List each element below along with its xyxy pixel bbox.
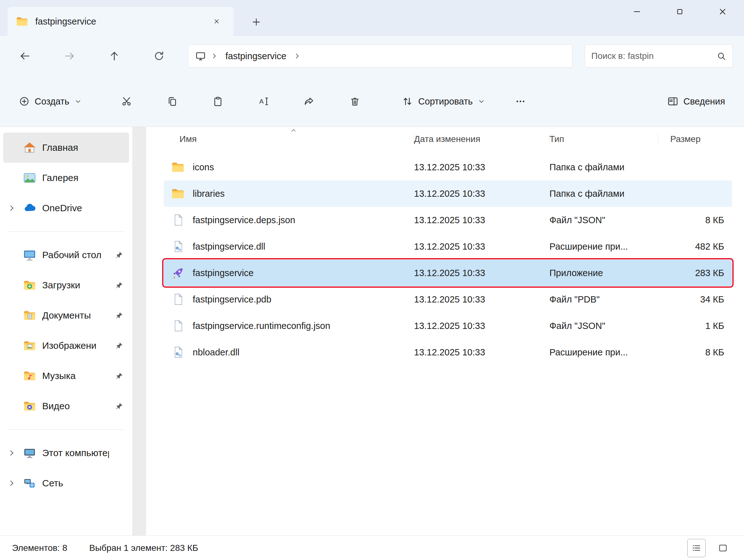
chevron-right-icon: [210, 52, 219, 60]
tab-close-icon[interactable]: [208, 12, 225, 30]
file-row[interactable]: fastpingservice.runtimeconfig.json 13.12…: [164, 312, 732, 339]
create-label: Создать: [35, 96, 69, 107]
expander-chevron-icon[interactable]: [6, 479, 17, 487]
copy-button[interactable]: [157, 88, 187, 115]
app-rocket-icon: [171, 266, 185, 279]
file-date: 13.12.2025 10:33: [414, 347, 549, 358]
sidebar-item-Документы[interactable]: Документы: [3, 300, 129, 331]
home-icon: [22, 141, 37, 154]
file-row[interactable]: fastpingservice 13.12.2025 10:33 Приложе…: [164, 260, 732, 286]
file-date: 13.12.2025 10:33: [414, 294, 549, 305]
file-row[interactable]: fastpingservice.pdb 13.12.2025 10:33 Фай…: [164, 286, 732, 312]
cut-button[interactable]: [111, 88, 142, 115]
expander-chevron-icon[interactable]: [6, 449, 17, 457]
view-toggles: [687, 539, 732, 557]
paste-button[interactable]: [203, 88, 233, 115]
file-date: 13.12.2025 10:33: [414, 215, 549, 225]
sidebar-item-label: Галерея: [42, 173, 109, 183]
sidebar-item-label: Рабочий стол: [42, 250, 109, 260]
file-type: Расширение при...: [549, 347, 658, 358]
sort-button[interactable]: Сортировать: [394, 88, 493, 115]
sidebar-item-label: Главная: [42, 142, 109, 153]
rename-button[interactable]: A: [249, 88, 278, 115]
sidebar-item-Загрузки[interactable]: Загрузки: [3, 270, 129, 300]
file-row[interactable]: fastpingservice.deps.json 13.12.2025 10:…: [164, 207, 732, 233]
column-header-size[interactable]: Размер: [658, 127, 732, 151]
status-bar: Элементов: 8 Выбран 1 элемент: 283 КБ: [0, 535, 744, 560]
file-rows: icons 13.12.2025 10:33 Папка с файлами l…: [164, 154, 732, 366]
more-options-button[interactable]: [505, 88, 535, 115]
breadcrumb-segment[interactable]: fastpingservice: [223, 51, 289, 62]
sidebar-item-label: Музыка: [42, 371, 109, 381]
file-name: fastpingservice: [193, 268, 254, 278]
pin-icon: [114, 402, 125, 410]
sidebar-divider: [8, 430, 124, 430]
file-size: 8 КБ: [658, 347, 732, 358]
sidebar-item-label: Сеть: [42, 478, 109, 489]
selection-summary: Выбран 1 элемент: 283 КБ: [89, 543, 198, 553]
maximize-button[interactable]: [658, 0, 701, 23]
sidebar-item-Изображени[interactable]: Изображени: [3, 331, 129, 361]
delete-button[interactable]: [340, 88, 370, 115]
file-type: Файл "JSON": [549, 321, 658, 331]
folder-icon: [16, 15, 28, 28]
sidebar-item-Галерея[interactable]: Галерея: [3, 163, 129, 193]
refresh-button[interactable]: [151, 46, 166, 66]
monitor-icon[interactable]: [195, 51, 206, 62]
file-name: fastpingservice.pdb: [193, 294, 271, 305]
new-tab-button[interactable]: [248, 13, 265, 31]
sidebar-item-Главная[interactable]: Главная: [3, 133, 129, 163]
back-button[interactable]: [17, 46, 32, 66]
thumbnail-view-button[interactable]: [714, 539, 732, 557]
create-button[interactable]: Создать: [11, 88, 89, 115]
gallery-icon: [22, 171, 37, 184]
dll-icon: [171, 240, 185, 253]
column-header-name[interactable]: Имя: [164, 127, 414, 151]
column-header-date[interactable]: Дата изменения: [414, 127, 549, 151]
sidebar-item-label: Этот компьютер: [42, 448, 109, 458]
tab-fastpingservice[interactable]: fastpingservice: [7, 7, 234, 36]
file-name: icons: [193, 162, 214, 173]
file-size: 1 КБ: [658, 321, 732, 331]
computer-icon: [22, 446, 37, 459]
forward-button[interactable]: [62, 46, 77, 66]
up-button[interactable]: [107, 46, 122, 66]
details-pane-button[interactable]: Сведения: [660, 88, 733, 115]
file-date: 13.12.2025 10:33: [414, 268, 549, 278]
file-name: fastpingservice.dll: [193, 241, 265, 252]
file-size: 283 КБ: [658, 268, 732, 278]
sidebar-item-Музыка[interactable]: Музыка: [3, 361, 129, 391]
search-input[interactable]: [591, 51, 713, 61]
share-button[interactable]: [294, 88, 324, 115]
file-explorer-window: fastpingservice fastpingservice С: [0, 0, 744, 560]
sidebar-item-label: OneDrive: [42, 203, 109, 214]
sidebar-item-OneDrive[interactable]: OneDrive: [3, 193, 129, 223]
file-row[interactable]: libraries 13.12.2025 10:33 Папка с файла…: [164, 180, 732, 207]
sidebar-item-Рабочий стол[interactable]: Рабочий стол: [3, 240, 129, 270]
svg-text:A: A: [259, 98, 264, 105]
chevron-down-icon: [478, 98, 485, 105]
music-icon: [22, 369, 37, 382]
file-row[interactable]: fastpingservice.dll 13.12.2025 10:33 Рас…: [164, 233, 732, 260]
file-name: fastpingservice.deps.json: [193, 215, 295, 225]
chevron-right-icon[interactable]: [293, 52, 301, 60]
details-view-button[interactable]: [687, 539, 706, 557]
file-icon: [171, 214, 185, 226]
tab-strip: fastpingservice: [0, 0, 744, 36]
navigation-bar: fastpingservice: [0, 36, 744, 76]
file-type: Приложение: [549, 268, 658, 278]
sidebar-item-Этот компьютер[interactable]: Этот компьютер: [3, 438, 129, 468]
sidebar-item-Сеть[interactable]: Сеть: [3, 468, 129, 498]
details-pane-icon: [667, 96, 678, 107]
sidebar-item-Видео[interactable]: Видео: [3, 391, 129, 421]
expander-chevron-icon[interactable]: [6, 204, 17, 212]
explorer-body: Главная Галерея OneDrive Рабочий стол За…: [0, 127, 744, 535]
plus-circle-icon: [19, 96, 30, 107]
close-button[interactable]: [701, 0, 744, 23]
column-header-type[interactable]: Тип: [549, 127, 658, 151]
file-row[interactable]: icons 13.12.2025 10:33 Папка с файлами: [164, 154, 732, 180]
file-row[interactable]: nbloader.dll 13.12.2025 10:33 Расширение…: [164, 339, 732, 366]
minimize-button[interactable]: [616, 0, 658, 23]
sidebar-scrollbar[interactable]: [132, 127, 146, 535]
sidebar-item-label: Загрузки: [42, 280, 109, 291]
